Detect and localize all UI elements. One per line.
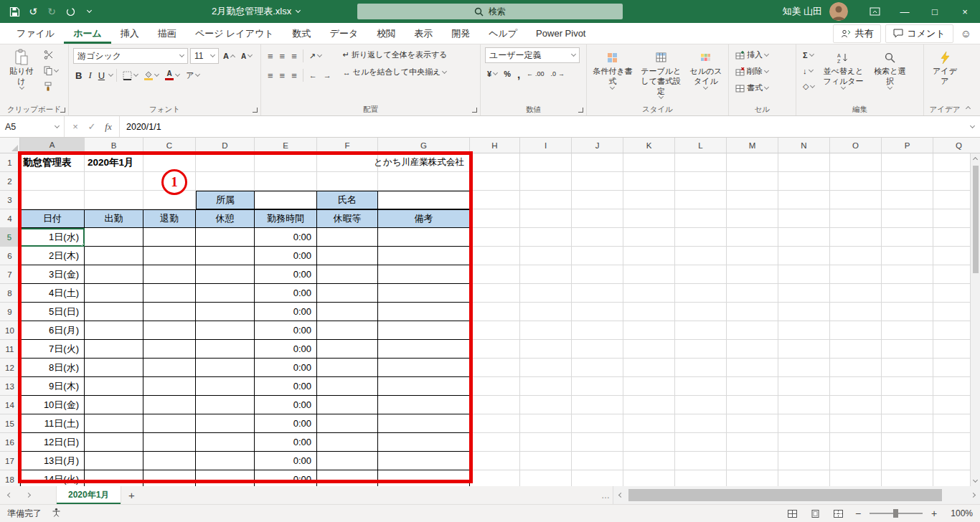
cell-D17[interactable] — [196, 452, 255, 470]
row-header-17[interactable]: 17 — [0, 452, 20, 470]
cell-G13[interactable] — [378, 377, 470, 396]
cell-F2[interactable] — [317, 172, 378, 191]
cell-G7[interactable] — [378, 265, 470, 284]
row-header-13[interactable]: 13 — [0, 377, 20, 396]
cancel-entry-button[interactable]: × — [68, 121, 83, 132]
cell-B15[interactable] — [85, 414, 143, 433]
cell-K2[interactable] — [623, 172, 675, 191]
cell-G10[interactable] — [378, 321, 470, 340]
cell-I11[interactable] — [520, 340, 572, 359]
italic-button[interactable]: I — [86, 68, 93, 83]
cell-K17[interactable] — [623, 452, 675, 470]
cell-H10[interactable] — [470, 321, 520, 340]
share-button[interactable]: 共有 — [833, 24, 881, 43]
row-header-6[interactable]: 6 — [0, 247, 20, 265]
cell-F4[interactable]: 休暇等 — [317, 209, 378, 228]
cell-C16[interactable] — [143, 433, 196, 452]
cell-A5[interactable]: 1日(水) — [20, 228, 85, 247]
cell-D10[interactable] — [196, 321, 255, 340]
row-header-15[interactable]: 15 — [0, 414, 20, 433]
cell-G16[interactable] — [378, 433, 470, 452]
cell-P10[interactable] — [882, 321, 933, 340]
cell-B6[interactable] — [85, 247, 143, 265]
find-select-button[interactable]: 検索と選択 — [870, 47, 910, 90]
row-header-1[interactable]: 1 — [0, 153, 20, 172]
cell-F16[interactable] — [317, 433, 378, 452]
bold-button[interactable]: B — [73, 68, 84, 83]
merge-center-button[interactable]: ↔ セルを結合して中央揃え — [341, 65, 450, 80]
cell-E8[interactable]: 0:00 — [255, 284, 317, 303]
row-header-7[interactable]: 7 — [0, 265, 20, 284]
cell-D8[interactable] — [196, 284, 255, 303]
ribbon-display-options-button[interactable] — [859, 0, 890, 23]
avatar[interactable] — [829, 2, 848, 21]
cell-B8[interactable] — [85, 284, 143, 303]
cell-H3[interactable] — [470, 191, 520, 209]
cell-N10[interactable] — [778, 321, 830, 340]
cell-N1[interactable] — [778, 153, 830, 172]
cell-F10[interactable] — [317, 321, 378, 340]
cell-C9[interactable] — [143, 303, 196, 321]
cell-E1[interactable] — [255, 153, 317, 172]
cell-O10[interactable] — [830, 321, 882, 340]
cell-D4[interactable]: 休憩 — [196, 209, 255, 228]
cell-E14[interactable]: 0:00 — [255, 396, 317, 414]
cell-J9[interactable] — [572, 303, 623, 321]
cell-N11[interactable] — [778, 340, 830, 359]
cell-L3[interactable] — [675, 191, 727, 209]
cell-J18[interactable] — [572, 470, 623, 486]
insert-cells-button[interactable]: 挿入 — [733, 47, 771, 62]
cell-B16[interactable] — [85, 433, 143, 452]
decrease-decimal-button[interactable]: .0→ — [549, 67, 567, 82]
tab-scrollbar-splitter[interactable]: … — [598, 486, 613, 504]
cell-A15[interactable]: 11日(土) — [20, 414, 85, 433]
align-middle-icon[interactable]: ≡ — [278, 49, 288, 64]
cell-F11[interactable] — [317, 340, 378, 359]
cell-G2[interactable] — [378, 172, 470, 191]
cell-H17[interactable] — [470, 452, 520, 470]
cell-C12[interactable] — [143, 359, 196, 377]
cell-L7[interactable] — [675, 265, 727, 284]
cell-H18[interactable] — [470, 470, 520, 486]
cell-O16[interactable] — [830, 433, 882, 452]
row-header-2[interactable]: 2 — [0, 172, 20, 191]
cell-E17[interactable]: 0:00 — [255, 452, 317, 470]
cell-B10[interactable] — [85, 321, 143, 340]
cell-A2[interactable] — [20, 172, 85, 191]
ribbon-tab-12[interactable]: Power Pivot — [527, 23, 595, 44]
cell-L14[interactable] — [675, 396, 727, 414]
cell-J10[interactable] — [572, 321, 623, 340]
cell-N14[interactable] — [778, 396, 830, 414]
cell-D2[interactable] — [196, 172, 255, 191]
cell-N13[interactable] — [778, 377, 830, 396]
cell-H16[interactable] — [470, 433, 520, 452]
cell-H1[interactable] — [470, 153, 520, 172]
ribbon-tab-11[interactable]: ヘルプ — [479, 23, 527, 44]
cell-F13[interactable] — [317, 377, 378, 396]
fill-handle[interactable] — [82, 244, 85, 247]
cell-D16[interactable] — [196, 433, 255, 452]
cell-N4[interactable] — [778, 209, 830, 228]
ribbon-tab-9[interactable]: 表示 — [405, 23, 442, 44]
cell-E4[interactable]: 勤務時間 — [255, 209, 317, 228]
cell-P4[interactable] — [882, 209, 933, 228]
column-header-J[interactable]: J — [572, 138, 623, 153]
cell-B13[interactable] — [85, 377, 143, 396]
cell-L11[interactable] — [675, 340, 727, 359]
scroll-right-button[interactable] — [967, 493, 979, 497]
cell-J7[interactable] — [572, 265, 623, 284]
cell-H4[interactable] — [470, 209, 520, 228]
cell-L2[interactable] — [675, 172, 727, 191]
row-header-4[interactable]: 4 — [0, 209, 20, 228]
cell-N9[interactable] — [778, 303, 830, 321]
row-header-10[interactable]: 10 — [0, 321, 20, 340]
underline-button[interactable]: U — [96, 68, 107, 83]
cell-P12[interactable] — [882, 359, 933, 377]
align-right-icon[interactable]: ≡ — [289, 68, 299, 83]
cell-G14[interactable] — [378, 396, 470, 414]
cell-D6[interactable] — [196, 247, 255, 265]
cell-K15[interactable] — [623, 414, 675, 433]
cell-H7[interactable] — [470, 265, 520, 284]
cell-L9[interactable] — [675, 303, 727, 321]
cell-A11[interactable]: 7日(火) — [20, 340, 85, 359]
